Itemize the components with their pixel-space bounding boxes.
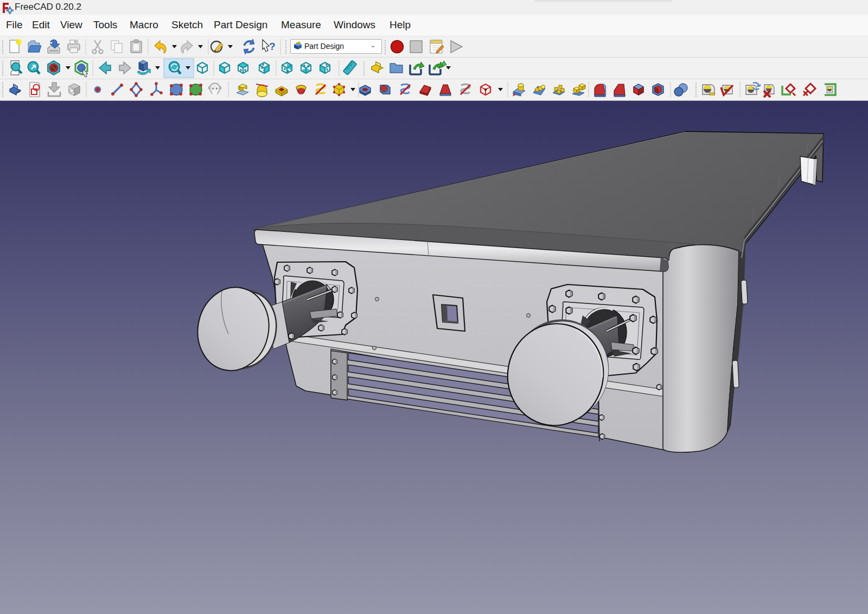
svg-text:?: ? — [269, 41, 276, 52]
